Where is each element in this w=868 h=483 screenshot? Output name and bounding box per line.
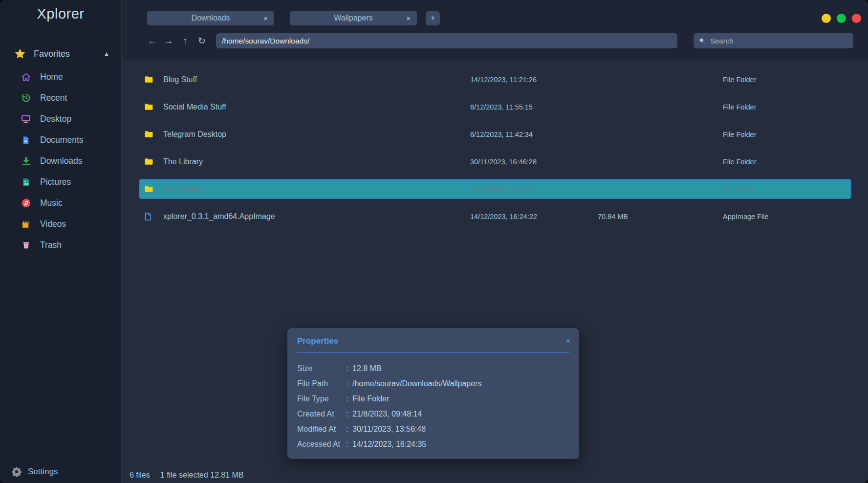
tab-label: Wallpapers bbox=[334, 14, 372, 22]
file-modified-date: 30/11/2023, 16:46:28 bbox=[470, 158, 564, 166]
file-row-xplorer-0-3-1-amd64-appimage[interactable]: xplorer_0.3.1_amd64.AppImage14/12/2023, … bbox=[139, 206, 851, 226]
file-row-social-media-stuff[interactable]: Social Media Stuff6/12/2023, 11:55:15Fil… bbox=[139, 97, 851, 117]
folder-icon bbox=[144, 102, 154, 111]
property-separator: : bbox=[346, 440, 352, 449]
file-row-blog-stuff[interactable]: Blog Stuff14/12/2023, 11:21:26File Folde… bbox=[139, 69, 851, 89]
property-label: File Path bbox=[297, 379, 346, 388]
property-row-size: Size:12.8 MB bbox=[297, 361, 569, 376]
recent-icon bbox=[20, 93, 32, 103]
property-value: 30/11/2023, 13:56:48 bbox=[352, 425, 426, 434]
file-modified-date: 6/12/2023, 11:42:34 bbox=[470, 131, 564, 138]
property-separator: : bbox=[346, 395, 352, 403]
sidebar-items: HomeRecentDesktopDocumentsDownloadsPictu… bbox=[0, 66, 121, 256]
back-button[interactable]: ← bbox=[145, 33, 159, 48]
search-input[interactable] bbox=[709, 36, 848, 45]
file-name: xplorer_0.3.1_amd64.AppImage bbox=[163, 212, 470, 221]
sidebar-item-label: Recent bbox=[40, 93, 67, 103]
file-modified-date: 6/12/2023, 11:55:15 bbox=[470, 103, 564, 111]
search-icon bbox=[698, 37, 706, 44]
sidebar-item-home[interactable]: Home bbox=[0, 66, 121, 88]
file-name: Blog Stuff bbox=[163, 75, 470, 84]
file-type: File Folder bbox=[723, 131, 846, 138]
property-label: Size bbox=[297, 364, 346, 373]
sidebar-item-desktop[interactable]: Desktop bbox=[0, 109, 121, 130]
sidebar-item-label: Trash bbox=[40, 240, 62, 250]
settings-button[interactable]: Settings bbox=[11, 466, 58, 477]
property-row-file-path: File Path:/home/sourav/Downloads/Wallpap… bbox=[297, 376, 569, 391]
file-icon bbox=[144, 212, 154, 221]
file-row-telegram-desktop[interactable]: Telegram Desktop6/12/2023, 11:42:34File … bbox=[139, 124, 851, 144]
tab-close-icon[interactable]: × bbox=[406, 14, 411, 22]
path-input[interactable] bbox=[216, 33, 677, 48]
minimize-button[interactable] bbox=[822, 14, 831, 23]
properties-dialog: Properties × Size:12.8 MBFile Path:/home… bbox=[287, 328, 579, 459]
folder-icon bbox=[144, 75, 154, 84]
file-row-the-library[interactable]: The Library30/11/2023, 16:46:28File Fold… bbox=[139, 152, 851, 172]
property-row-modified-at: Modified At:30/11/2023, 13:56:48 bbox=[297, 421, 569, 437]
close-button[interactable] bbox=[852, 14, 861, 23]
property-label: Accessed At bbox=[297, 440, 346, 449]
tab-downloads[interactable]: Downloads× bbox=[147, 11, 274, 25]
property-separator: : bbox=[346, 379, 352, 388]
file-type: File Folder bbox=[723, 185, 846, 193]
folder-icon bbox=[144, 184, 154, 194]
sidebar-item-label: Documents bbox=[40, 135, 84, 145]
file-type: File Folder bbox=[723, 158, 846, 166]
file-name: Wallpapers bbox=[163, 185, 470, 194]
properties-dialog-body: Size:12.8 MBFile Path:/home/sourav/Downl… bbox=[287, 353, 579, 452]
property-separator: : bbox=[346, 364, 352, 373]
folder-icon bbox=[144, 130, 154, 139]
forward-button[interactable]: → bbox=[162, 33, 175, 48]
file-list: Blog Stuff14/12/2023, 11:21:26File Folde… bbox=[122, 61, 868, 226]
search-box[interactable] bbox=[694, 33, 853, 48]
dialog-close-icon[interactable]: × bbox=[566, 337, 570, 346]
star-icon bbox=[14, 47, 26, 60]
sidebar-item-pictures[interactable]: Pictures bbox=[0, 172, 121, 193]
app-title: Xplorer bbox=[0, 6, 121, 22]
sidebar-item-recent[interactable]: Recent bbox=[0, 88, 121, 109]
sidebar-item-downloads[interactable]: Downloads bbox=[0, 151, 121, 172]
collapse-arrow-icon[interactable]: ▲ bbox=[104, 50, 109, 57]
videos-icon bbox=[20, 220, 32, 229]
toolbar: Downloads×Wallpapers×+ ←→↑↻ bbox=[122, 0, 868, 60]
file-row-wallpapers[interactable]: Wallpapers30/11/2023, 13:56:48File Folde… bbox=[139, 179, 851, 199]
up-arrow-icon: ↑ bbox=[183, 36, 188, 46]
property-label: File Type bbox=[297, 395, 346, 403]
file-type: File Folder bbox=[723, 76, 846, 84]
up-button[interactable]: ↑ bbox=[178, 33, 192, 48]
sidebar-item-trash[interactable]: Trash bbox=[0, 235, 121, 256]
gear-icon bbox=[11, 466, 22, 477]
property-label: Created At bbox=[297, 410, 346, 418]
tab-wallpapers[interactable]: Wallpapers× bbox=[290, 11, 417, 25]
file-modified-date: 14/12/2023, 11:21:26 bbox=[470, 76, 564, 84]
property-value: /home/sourav/Downloads/Wallpapers bbox=[352, 379, 481, 388]
sidebar-item-documents[interactable]: Documents bbox=[0, 130, 121, 151]
tab-close-icon[interactable]: × bbox=[263, 14, 268, 22]
forward-arrow-icon: → bbox=[164, 36, 174, 46]
back-arrow-icon: ← bbox=[148, 36, 157, 46]
sidebar-item-music[interactable]: Music bbox=[0, 193, 121, 214]
properties-dialog-title: Properties bbox=[297, 336, 566, 346]
maximize-button[interactable] bbox=[837, 14, 846, 23]
file-modified-date: 30/11/2023, 13:56:48 bbox=[470, 185, 564, 193]
favorites-header[interactable]: Favorites ▲ bbox=[14, 46, 109, 62]
status-files-count: 6 files bbox=[130, 471, 150, 480]
trash-icon bbox=[20, 240, 32, 250]
favorites-label: Favorites bbox=[34, 49, 70, 59]
sidebar-item-videos[interactable]: Videos bbox=[0, 214, 121, 235]
settings-label: Settings bbox=[28, 467, 58, 477]
property-separator: : bbox=[346, 425, 352, 434]
sidebar-item-label: Music bbox=[40, 198, 63, 208]
file-name: The Library bbox=[163, 157, 470, 166]
sidebar-item-label: Desktop bbox=[40, 114, 71, 124]
property-value: 21/8/2023, 09:48:14 bbox=[352, 410, 422, 418]
property-label: Modified At bbox=[297, 425, 346, 434]
sidebar-item-label: Videos bbox=[40, 219, 66, 229]
sidebar-item-label: Downloads bbox=[40, 156, 83, 166]
new-tab-button[interactable]: + bbox=[426, 11, 440, 25]
file-type: File Folder bbox=[723, 103, 846, 111]
music-icon bbox=[20, 198, 32, 208]
nav-buttons: ←→↑↻ bbox=[145, 33, 209, 48]
refresh-button[interactable]: ↻ bbox=[195, 33, 209, 48]
tab-bar: Downloads×Wallpapers×+ bbox=[147, 11, 440, 25]
